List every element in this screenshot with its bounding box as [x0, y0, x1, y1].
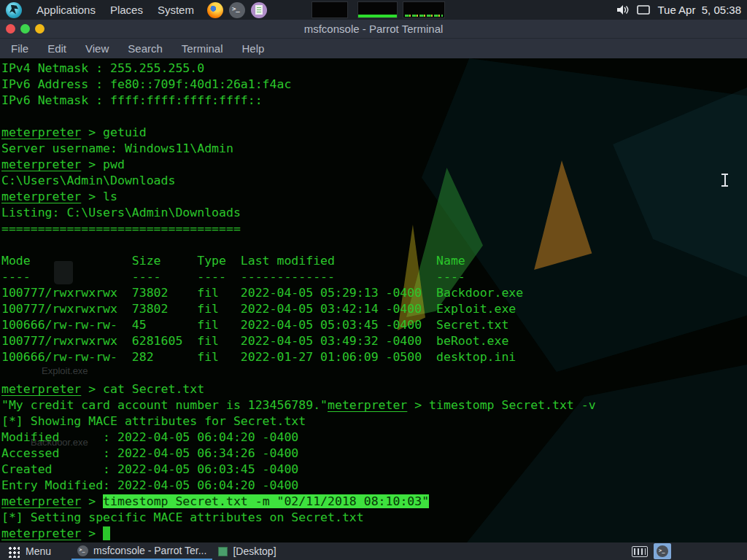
terminal-line: meterpreter > — [1, 526, 747, 542]
terminal-line: meterpreter > getuid — [1, 125, 747, 141]
terminal-line: 100666/rw-rw-rw- 282 fil 2022-01-27 01:0… — [1, 349, 747, 365]
terminal-line: [*] Showing MACE attributes for Secret.t… — [1, 413, 747, 429]
text-editor-icon[interactable] — [251, 2, 267, 18]
terminal-icon — [77, 545, 88, 556]
terminal-launcher-icon[interactable] — [229, 2, 245, 18]
terminal-line: Entry Modified: 2022-04-05 06:04:20 -040… — [1, 478, 747, 494]
terminal-line: Modified : 2022-04-05 06:04:20 -0400 — [1, 429, 747, 446]
terminal-line: IPv6 Netmask : ffff:ffff:ffff:ffff:: — [1, 93, 747, 109]
applications-menu[interactable]: Applications — [29, 4, 103, 16]
task-label: msfconsole - Parrot Ter... — [93, 545, 206, 556]
menu-terminal[interactable]: Terminal — [172, 42, 233, 55]
terminal-line: C:\Users\Admin\Downloads — [1, 173, 747, 189]
volume-icon[interactable] — [617, 4, 630, 15]
menu-edit[interactable]: Edit — [38, 42, 76, 55]
system-tray — [632, 543, 671, 559]
window-preview-1[interactable] — [311, 1, 348, 18]
parrot-logo-icon[interactable] — [6, 2, 22, 18]
terminal-line: 100777/rwxrwxrwx 6281605 fil 2022-04-05 … — [1, 333, 747, 349]
terminal-line: IPv4 Netmask : 255.255.255.0 — [1, 61, 747, 77]
terminal-line: meterpreter > timestomp Secret.txt -m "0… — [1, 494, 747, 510]
display-icon[interactable] — [637, 5, 650, 15]
terminal-line — [1, 109, 747, 125]
menu-file[interactable]: File — [1, 42, 38, 55]
minimize-button[interactable] — [20, 24, 30, 34]
terminal-line: 100666/rw-rw-rw- 45 fil 2022-04-05 05:03… — [1, 317, 747, 333]
maximize-button[interactable] — [35, 24, 44, 34]
terminal-line: ================================= — [1, 221, 747, 237]
menu-bar: File Edit View Search Terminal Help — [0, 39, 747, 58]
terminal-line: [*] Setting specific MACE attributes on … — [1, 510, 747, 526]
taskbar-menu-button[interactable]: Menu — [26, 545, 51, 557]
terminal-line: 100777/rwxrwxrwx 73802 fil 2022-04-05 05… — [1, 285, 747, 301]
terminal-line: ---- ---- ---- ------------- ---- — [1, 269, 747, 285]
taskbar-task-msfconsole[interactable]: msfconsole - Parrot Ter... — [71, 542, 212, 560]
window-title: msfconsole - Parrot Terminal — [0, 20, 747, 39]
taskbar: Menu msfconsole - Parrot Ter... [Desktop… — [0, 542, 747, 560]
terminal-line: Mode Size Type Last modified Name — [1, 253, 747, 269]
menu-view[interactable]: View — [76, 42, 118, 55]
menu-search[interactable]: Search — [118, 42, 172, 55]
window-preview-2[interactable] — [357, 1, 398, 18]
firefox-icon[interactable] — [207, 2, 223, 18]
terminal-line: 100777/rwxrwxrwx 73802 fil 2022-04-05 03… — [1, 301, 747, 317]
terminal-output[interactable]: IPv4 Netmask : 255.255.255.0IPv6 Address… — [0, 58, 747, 542]
terminal-line: Server username: Windows11\Admin — [1, 141, 747, 157]
terminal-line: "My credit card account number is 123456… — [1, 397, 747, 413]
desktop-icon — [218, 547, 228, 556]
keyboard-layout-icon[interactable] — [632, 546, 648, 557]
menu-grid-icon[interactable] — [7, 545, 20, 558]
close-button[interactable] — [6, 24, 15, 34]
system-menu[interactable]: System — [150, 4, 201, 16]
terminal-line — [1, 237, 747, 253]
terminal-line: meterpreter > ls — [1, 189, 747, 205]
terminal-line — [1, 365, 747, 381]
title-bar[interactable]: msfconsole - Parrot Terminal — [0, 20, 747, 39]
taskbar-task-desktop[interactable]: [Desktop] — [212, 542, 282, 560]
terminal-tray-icon — [657, 545, 668, 557]
terminal-line: meterpreter > pwd — [1, 157, 747, 173]
terminal-line: Created : 2022-04-05 06:03:45 -0400 — [1, 462, 747, 478]
terminal-line: Listing: C:\Users\Admin\Downloads — [1, 205, 747, 221]
terminal-line: IPv6 Address : fe80::709f:40d1:26a1:f4ac — [1, 77, 747, 93]
window-preview-3[interactable] — [403, 1, 445, 18]
terminal-viewport[interactable]: Exploit.exe Backdoor.exe IPv4 Netmask : … — [0, 58, 747, 542]
desktop-screen: Applications Places System — [0, 0, 747, 560]
task-label: [Desktop] — [233, 545, 276, 557]
system-top-bar: Applications Places System — [0, 0, 747, 20]
active-window-tray-highlight[interactable] — [654, 543, 671, 559]
terminal-line: meterpreter > cat Secret.txt — [1, 381, 747, 397]
terminal-window: msfconsole - Parrot Terminal File Edit V… — [0, 20, 747, 542]
clock[interactable]: Tue Apr 5, 05:38 — [657, 4, 741, 16]
places-menu[interactable]: Places — [103, 4, 150, 16]
window-preview-strip — [311, 1, 445, 18]
text-cursor-pointer — [721, 174, 728, 187]
terminal-line: Accessed : 2022-04-05 06:34:26 -0400 — [1, 446, 747, 462]
menu-help[interactable]: Help — [233, 42, 274, 55]
